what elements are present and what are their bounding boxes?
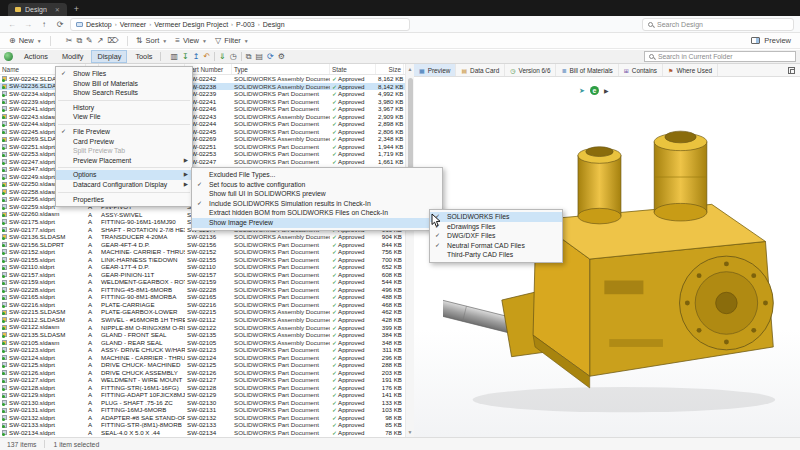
tab-preview[interactable]: ▦Preview xyxy=(414,64,456,76)
back-icon[interactable]: ← xyxy=(6,20,18,29)
new-button[interactable]: ⊕ New ▼ xyxy=(9,36,42,45)
menu-item-show-full-ui-in-solidworks-preview[interactable]: Show full UI in SOLIDWORKS preview xyxy=(192,189,442,199)
menu-item-dwg-dxf-files[interactable]: DWG/DXF Files✓ xyxy=(430,231,562,241)
menu-item-show-bill-of-materials[interactable]: Show Bill of Materials xyxy=(56,79,192,89)
table-row[interactable]: SW-02130.sldprtAPLUG - SHAFT .75-16 ZCSW… xyxy=(0,399,405,407)
rename-icon[interactable]: ✎ xyxy=(86,36,93,45)
filter-button[interactable]: ▽ Filter ▼ xyxy=(215,36,249,45)
table-row[interactable]: SW-02127.sldprtAWELDMENT - WIRE MOUNTSW-… xyxy=(0,376,405,384)
scroll-down-icon[interactable]: ▼ xyxy=(406,429,414,435)
table-row[interactable]: SW-02129.sldprtAFITTING-ADAPT 10FJICX8MJ… xyxy=(0,391,405,399)
menu-item-edrawings-files[interactable]: eDrawings Files✓ xyxy=(430,222,562,232)
menu-tools[interactable]: Tools xyxy=(129,50,158,63)
history-icon[interactable]: ◷ xyxy=(230,52,237,62)
table-row[interactable]: SW-02152.sldprtAMACHINE- CARRIER - THRUS… xyxy=(0,248,405,256)
tab-version-6-6[interactable]: ◷Version 6/6 xyxy=(505,64,556,76)
table-row[interactable]: SW-02122.sldasmANIPPLE-8M O-RINGX8M O-RI… xyxy=(0,324,405,332)
settings-icon[interactable]: ⚙ xyxy=(278,52,285,62)
table-row[interactable]: SW-02156.SLDPRTAGEAR-4FT-4 D.P.SW-02156S… xyxy=(0,241,405,249)
column-header-size[interactable]: Size xyxy=(376,64,404,74)
table-row[interactable]: SW-02228.sldprtAFITTING-45-8M1-6MORBSW-0… xyxy=(0,286,405,294)
table-row[interactable]: SW-02126.sldprtADRIVE CHUCK ASSEMBLYSW-0… xyxy=(0,369,405,377)
tab-bill-of-materials[interactable]: ≣Bill of Materials xyxy=(556,64,618,76)
menu-item-show-image-preview[interactable]: Show Image Preview▶ xyxy=(192,218,442,228)
breadcrumb[interactable]: Desktop›Vermeer›Vermeer Design Project›P… xyxy=(70,18,410,31)
menu-item-card-preview[interactable]: Card Preview xyxy=(56,137,192,147)
menu-item-third-party-cad-files[interactable]: Third-Party CAD Files xyxy=(430,250,562,260)
play-icon[interactable]: ▶ xyxy=(604,87,609,94)
view-button[interactable]: ≡ View ▼ xyxy=(175,36,207,45)
search-design-box[interactable]: Search Design xyxy=(642,18,794,31)
breadcrumb-item-design[interactable]: Design xyxy=(263,21,285,28)
table-row[interactable]: SW-02128.sldprtAFITTING-STR(-16M1-16FG)S… xyxy=(0,384,405,392)
menu-item-show-files[interactable]: Show Files✓ xyxy=(56,69,192,79)
table-row[interactable]: SW-02134.sldprtASEAL-4.0 X 5.0 X .44SW-0… xyxy=(0,429,405,437)
share-icon[interactable]: ↗ xyxy=(97,36,104,45)
table-row[interactable]: SW-02110.sldprtAGEAR-17T-4 D.P.SW-02110S… xyxy=(0,263,405,271)
table-row[interactable]: SW-02157.sldprtAGEAR-PINION-11TSW-02157S… xyxy=(0,271,405,279)
table-row[interactable]: SW-02159.sldprtAWELDMENT-GEARBOX - ROTAT… xyxy=(0,278,405,286)
menu-item-show-search-results[interactable]: Show Search Results xyxy=(56,88,192,98)
menu-item-extract-hidden-bom-from-solidworks-files-on-check-in[interactable]: Extract hidden BOM from SOLIDWORKS Files… xyxy=(192,208,442,218)
breadcrumb-item-p-003[interactable]: P-003 xyxy=(236,21,255,28)
preview-toggle-button[interactable]: Preview xyxy=(751,36,791,45)
table-row[interactable]: SW-02165.sldprtAFITTING-90-8M1-8MORBASW-… xyxy=(0,293,405,301)
explorer-tab[interactable]: Design ✕ xyxy=(8,3,67,16)
view-file-icon[interactable]: ▥ xyxy=(170,52,178,62)
table-row[interactable]: SW-02123.sldprtAASSY- DRIVE CHUCK W/HARD… xyxy=(0,346,405,354)
menu-item-options[interactable]: Options▶ xyxy=(56,170,192,180)
breadcrumb-item-desktop[interactable]: Desktop xyxy=(86,21,112,28)
copy-icon[interactable]: ⧉ xyxy=(76,36,82,46)
up-icon[interactable]: ↑ xyxy=(38,20,50,29)
menu-item-datacard-configuration-display[interactable]: Datacard Configuration Display▶ xyxy=(56,180,192,190)
menu-item-excluded-file-types[interactable]: Excluded File Types... xyxy=(192,170,442,180)
table-row[interactable]: SW-02136.SLDASMATRANSDUCER 4-20MASW-0213… xyxy=(0,233,405,241)
breadcrumb-item-vermeer-design-project[interactable]: Vermeer Design Project xyxy=(154,21,228,28)
menu-item-view-file[interactable]: View File xyxy=(56,112,192,122)
table-row[interactable]: SW-02216.sldprtAPLATE-CARRIAGESW-02216SO… xyxy=(0,301,405,309)
menu-item-preview-placement[interactable]: Preview Placement▶ xyxy=(56,156,192,166)
edrawings-logo-icon[interactable]: e xyxy=(590,86,599,95)
refresh-icon[interactable]: ⟳ xyxy=(54,20,66,29)
menu-item-properties[interactable]: Properties xyxy=(56,195,192,205)
menu-actions[interactable]: Actions xyxy=(18,50,54,63)
menu-item-split-preview-tab[interactable]: Split Preview Tab xyxy=(56,146,192,156)
table-row[interactable]: SW-02133.sldprtAFITTING-STR-(8M1)-8MORBS… xyxy=(0,421,405,429)
cut-icon[interactable]: ✂ xyxy=(66,36,73,45)
tab-close-icon[interactable]: ✕ xyxy=(55,6,60,13)
table-row[interactable]: SW-02155.sldprtALINK-HARNESS TIEDOWNSW-0… xyxy=(0,256,405,264)
menu-item-set-focus-to-active-configuration[interactable]: Set focus to active configuration✓ xyxy=(192,180,442,190)
file-list-scrollbar[interactable]: ▲ ▼ xyxy=(405,64,414,437)
sort-button[interactable]: ⇅ Sort ▼ xyxy=(136,36,167,45)
menu-item-neutral-format-cad-files[interactable]: Neutral Format CAD Files✓ xyxy=(430,241,562,251)
expand-preview-button[interactable] xyxy=(783,64,800,76)
tab-contains[interactable]: ⊞Contains xyxy=(619,64,663,76)
table-row[interactable]: SW-02124.sldprtAMACHINE - CARRIER - THRU… xyxy=(0,354,405,362)
table-row[interactable]: SW-02125.sldprtADRIVE CHUCK- MACHINEDSW-… xyxy=(0,361,405,369)
search-current-folder-box[interactable]: Search in Current Folder xyxy=(644,51,796,62)
refresh-icon[interactable]: ⟳ xyxy=(267,52,274,62)
select-arrow-icon[interactable]: ➤ xyxy=(579,87,585,95)
undo-checkout-icon[interactable]: ↶ xyxy=(203,52,210,62)
table-row[interactable]: SW-02131.sldprtAFITTING-16MJ-6MORBSW-021… xyxy=(0,406,405,414)
table-row[interactable]: SW-02105.sldasmAGLAND - REAR SEALSW-0210… xyxy=(0,339,405,347)
menu-item-include-solidworks-simulation-results-in-check-in[interactable]: Include SOLIDWORKS Simulation results in… xyxy=(192,199,442,209)
table-row[interactable]: SW-02132.sldprtAADAPTER-#8 SAE STAND-OFF… xyxy=(0,414,405,422)
check-in-icon[interactable]: ↥ xyxy=(193,52,200,62)
scroll-up-icon[interactable]: ▲ xyxy=(406,66,414,72)
menu-modify[interactable]: Modify xyxy=(56,50,90,63)
print-icon[interactable]: ▤ xyxy=(256,52,264,62)
menu-item-solidworks-files[interactable]: SOLIDWORKS Files✓ xyxy=(430,212,562,222)
tab-data-card[interactable]: ▤Data Card xyxy=(456,64,505,76)
menu-item-history[interactable]: History xyxy=(56,103,192,113)
tab-where-used[interactable]: ⚑Where Used xyxy=(663,64,718,76)
check-out-icon[interactable]: ↧ xyxy=(182,52,189,62)
menu-item-file-preview[interactable]: File Preview✓ xyxy=(56,127,192,137)
menu-display[interactable]: Display xyxy=(91,50,127,63)
new-tab-button[interactable]: + xyxy=(74,4,79,14)
get-latest-version-icon[interactable]: ⇓ xyxy=(219,52,226,62)
table-row[interactable]: SW-02112.SLDASMASWIVEL - #16MORB 1H THRE… xyxy=(0,316,405,324)
column-header-type[interactable]: Type xyxy=(232,64,330,74)
delete-icon[interactable]: ⌦ xyxy=(108,36,119,45)
table-row[interactable]: SW-02215.SLDASMAPLATE-GEARBOX-LOWERSW-02… xyxy=(0,308,405,316)
